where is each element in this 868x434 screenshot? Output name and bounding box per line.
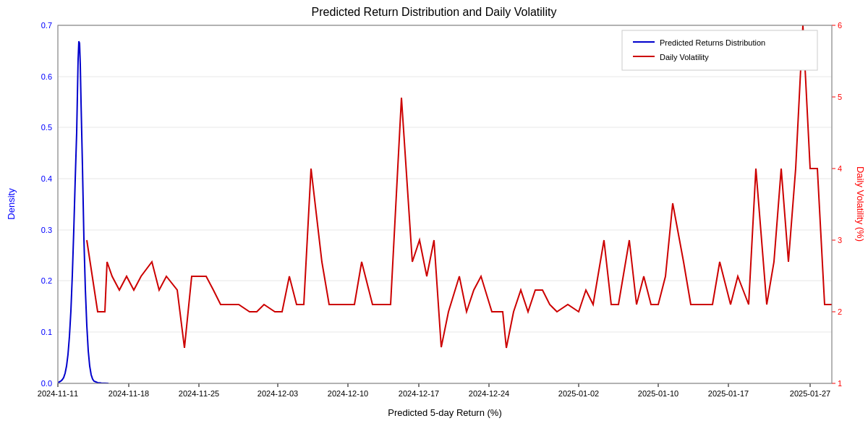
legend-label-1: Predicted Returns Distribution — [660, 38, 765, 47]
y-left-label: Density — [6, 188, 17, 220]
y-right-tick-6: 6 — [838, 21, 842, 30]
y-left-tick-7: 0.7 — [41, 21, 52, 30]
y-left-tick-3: 0.3 — [41, 226, 52, 234]
x-tick-9: 2025-01-17 — [708, 389, 749, 398]
y-left-tick-4: 0.4 — [41, 174, 52, 183]
y-left-tick-6: 0.6 — [41, 72, 52, 81]
x-tick-3: 2024-12-03 — [258, 389, 298, 398]
legend-box — [622, 30, 817, 70]
y-right-tick-1: 1 — [838, 379, 842, 388]
x-tick-0: 2024-11-11 — [38, 389, 78, 398]
y-left-tick-1: 0.1 — [41, 328, 52, 336]
y-right-tick-5: 5 — [838, 93, 842, 101]
x-tick-7: 2025-01-02 — [558, 389, 599, 398]
x-tick-6: 2024-12-24 — [469, 389, 509, 398]
legend-label-2: Daily Volatility — [660, 53, 709, 61]
chart-container: Predicted Return Distribution and Daily … — [0, 0, 868, 434]
x-tick-10: 2025-01-27 — [790, 389, 830, 398]
x-axis-label: Predicted 5-day Return (%) — [388, 407, 502, 418]
x-tick-4: 2024-12-10 — [328, 389, 368, 398]
x-tick-5: 2024-12-17 — [399, 389, 439, 398]
x-tick-8: 2025-01-10 — [638, 389, 678, 398]
y-left-tick-2: 0.2 — [41, 276, 52, 285]
y-left-tick-5: 0.5 — [41, 123, 52, 132]
y-right-tick-3: 3 — [838, 236, 842, 244]
x-tick-2: 2024-11-25 — [179, 389, 219, 398]
chart-title: Predicted Return Distribution and Daily … — [312, 6, 557, 18]
x-tick-1: 2024-11-18 — [109, 389, 149, 398]
y-right-tick-4: 4 — [838, 164, 842, 173]
y-right-label: Daily Volatility (%) — [855, 166, 866, 242]
y-right-tick-2: 2 — [838, 307, 842, 316]
y-left-tick-0: 0.0 — [41, 379, 52, 388]
